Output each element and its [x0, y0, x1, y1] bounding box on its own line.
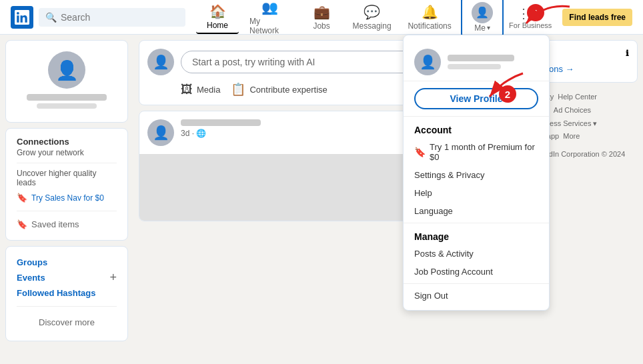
events-row: Events +: [17, 270, 117, 285]
connections-section: Connections Grow your network Uncover hi…: [5, 128, 128, 241]
badge-2-circle: 2: [499, 85, 516, 103]
me-dropdown-menu: 👤 View Profile Account 🔖 Try 1 month of …: [403, 35, 550, 311]
help-center-link[interactable]: Help Center: [558, 93, 597, 101]
account-section-title: Account: [404, 119, 549, 138]
nav-item-home[interactable]: 🏠 Home: [196, 1, 239, 34]
chevron-down-icon: ▾: [487, 24, 490, 31]
discover-more-button[interactable]: Discover more: [17, 312, 117, 333]
linkedin-logo[interactable]: [11, 6, 33, 29]
grid-label: For Business: [509, 21, 552, 29]
job-posting-link[interactable]: Job Posting Account: [404, 263, 549, 281]
manage-section-title: Manage: [404, 226, 549, 245]
hashtags-link[interactable]: Followed Hashtags: [17, 285, 117, 301]
dropdown-divider-3: [404, 283, 549, 284]
posts-activity-link[interactable]: Posts & Activity: [404, 245, 549, 263]
annotation-badge-1: 1: [527, 4, 544, 21]
premium-link[interactable]: 🔖 Try 1 month of Premium for $0: [404, 138, 549, 166]
profile-name-redacted: [27, 94, 107, 101]
premium-icon: 🔖: [414, 147, 426, 157]
events-link[interactable]: Events: [17, 270, 45, 285]
saved-icon: 🔖: [17, 219, 27, 229]
nav-item-network[interactable]: 👥 My Network: [241, 0, 297, 38]
nav-network-label: My Network: [249, 17, 289, 35]
top-navigation: 🔍 🏠 Home 👥 My Network 💼 Jobs 💬 Messaging…: [0, 0, 643, 35]
contribute-label: Contribute expertise: [249, 85, 327, 95]
find-leads-button[interactable]: Find leads free: [562, 9, 632, 26]
media-action-button[interactable]: 🖼 Media: [181, 82, 220, 97]
settings-link[interactable]: Settings & Privacy: [404, 166, 549, 184]
profile-subtitle-redacted: [37, 103, 97, 109]
groups-link[interactable]: Groups: [17, 255, 117, 270]
nav-right-group: ⋮⋮ For Business Find leads free: [504, 3, 632, 32]
feed-post-avatar: 👤: [147, 119, 174, 146]
nav-home-label: Home: [207, 21, 228, 30]
annotation-badge-2: 2: [499, 85, 516, 103]
view-profile-button[interactable]: View Profile: [414, 88, 538, 109]
ad-choices-link[interactable]: Ad Choices: [554, 106, 591, 114]
sales-nav-link[interactable]: 🔖 Try Sales Nav for $0: [17, 190, 117, 205]
nav-item-jobs[interactable]: 💼 Jobs: [300, 1, 343, 33]
search-box[interactable]: 🔍: [39, 8, 185, 27]
nav-me-label: Me ▾: [474, 23, 490, 33]
feed-post-meta: 3d · 🌐: [181, 129, 261, 138]
connections-sub: Grow your network: [17, 148, 117, 157]
nav-jobs-label: Jobs: [313, 21, 330, 31]
dropdown-name-redacted: [448, 55, 514, 61]
bookmark-icon: 🔖: [17, 193, 27, 203]
dropdown-divider-2: [404, 223, 549, 223]
more-link[interactable]: More: [563, 132, 580, 140]
profile-card: 👤: [5, 40, 128, 123]
find-leads-label: Find leads free: [569, 13, 626, 22]
groups-section: Groups Events + Followed Hashtags Discov…: [5, 246, 128, 341]
search-icon: 🔍: [45, 12, 57, 23]
help-link[interactable]: Help: [404, 184, 549, 202]
nav-notifications-label: Notifications: [408, 21, 451, 31]
dropdown-sub-redacted: [448, 64, 501, 69]
dropdown-avatar: 👤: [414, 49, 441, 75]
badge-1-circle: 1: [527, 4, 544, 21]
user-avatar-post: 👤: [147, 49, 174, 75]
nav-item-me[interactable]: 👤 Me ▾: [461, 0, 504, 37]
contribute-icon: 📋: [231, 82, 245, 97]
messaging-icon: 💬: [364, 4, 380, 20]
saved-items-link[interactable]: 🔖 Saved items: [17, 217, 117, 232]
notifications-icon: 🔔: [422, 4, 438, 20]
post-placeholder: Start a post, try writing with AI: [192, 57, 315, 67]
nav-items-group: 🏠 Home 👥 My Network 💼 Jobs 💬 Messaging 🔔…: [196, 0, 504, 38]
sales-nav-label: Try Sales Nav for $0: [31, 193, 104, 203]
media-label: Media: [197, 85, 220, 95]
contribute-action-button[interactable]: 📋 Contribute expertise: [231, 82, 327, 97]
feed-post-info: 3d · 🌐: [181, 119, 261, 138]
network-icon: 👥: [261, 0, 278, 15]
media-icon: 🖼: [181, 83, 193, 97]
leads-title: Uncover higher quality leads: [17, 169, 117, 187]
add-event-button[interactable]: +: [109, 271, 117, 285]
info-icon: ℹ: [626, 49, 629, 58]
profile-avatar: 👤: [48, 51, 85, 89]
dropdown-user-info: [448, 55, 514, 69]
nav-messaging-label: Messaging: [353, 21, 392, 31]
sign-out-link[interactable]: Sign Out: [404, 287, 549, 305]
home-icon: 🏠: [209, 3, 226, 19]
search-input[interactable]: [61, 12, 179, 23]
dropdown-header: 👤: [404, 41, 549, 81]
nav-item-notifications[interactable]: 🔔 Notifications: [401, 1, 458, 33]
dropdown-divider-1: [404, 116, 549, 117]
jobs-icon: 💼: [313, 4, 330, 20]
me-avatar: 👤: [472, 2, 493, 23]
feed-post-name-redacted: [181, 119, 261, 126]
language-link[interactable]: Language: [404, 202, 549, 220]
nav-item-messaging[interactable]: 💬 Messaging: [346, 1, 398, 33]
left-sidebar: 👤 Connections Grow your network Uncover …: [0, 35, 133, 364]
connections-title: Connections: [17, 137, 117, 147]
